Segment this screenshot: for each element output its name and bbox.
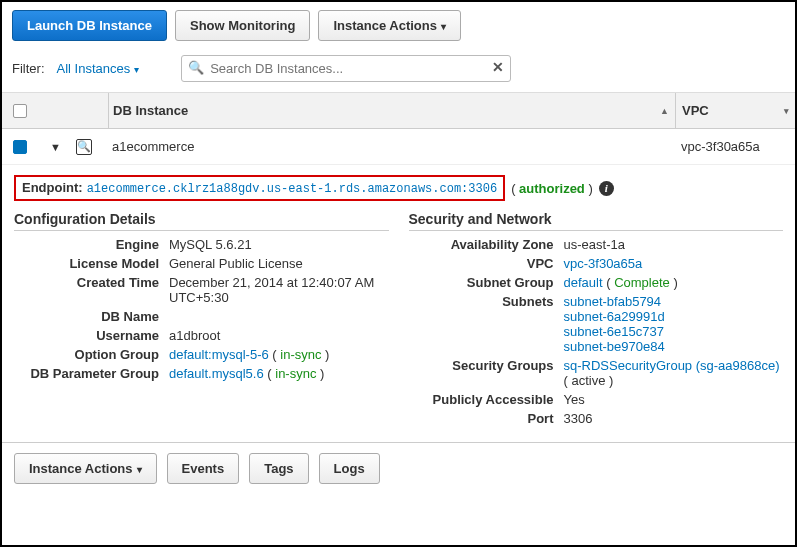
instance-actions-button[interactable]: Instance Actions▾ — [318, 10, 461, 41]
security-panel: Security and Network Availability Zoneus… — [409, 211, 784, 430]
param-group-value: default.mysql5.6 ( in-sync ) — [169, 366, 389, 381]
vpc-link[interactable]: vpc-3f30a65a — [564, 256, 784, 271]
column-vpc[interactable]: VPC▾ — [675, 93, 795, 128]
subnet-group-value: default ( Complete ) — [564, 275, 784, 290]
clear-icon[interactable]: ✕ — [492, 59, 504, 75]
events-button[interactable]: Events — [167, 453, 240, 484]
table-header: DB Instance▲ VPC▾ — [2, 93, 795, 129]
security-title: Security and Network — [409, 211, 784, 231]
config-panel: Configuration Details EngineMySQL 5.6.21… — [14, 211, 389, 430]
license-value: General Public License — [169, 256, 389, 271]
sort-asc-icon: ▲ — [660, 106, 669, 116]
subnet-link[interactable]: subnet-be970e84 — [564, 339, 784, 354]
subnet-link[interactable]: subnet-6e15c737 — [564, 324, 784, 339]
tags-button[interactable]: Tags — [249, 453, 308, 484]
endpoint-highlight: Endpoint: a1ecommerce.cklrz1a88gdv.us-ea… — [14, 175, 505, 201]
chevron-down-icon: ▾ — [137, 464, 142, 475]
chevron-down-icon: ▾ — [441, 21, 446, 32]
launch-db-button[interactable]: Launch DB Instance — [12, 10, 167, 41]
config-title: Configuration Details — [14, 211, 389, 231]
instance-actions-label: Instance Actions — [333, 18, 437, 33]
instance-actions-bottom-button[interactable]: Instance Actions▾ — [14, 453, 157, 484]
subnets-list: subnet-bfab5794 subnet-6a29991d subnet-6… — [564, 294, 784, 354]
subnet-link[interactable]: subnet-6a29991d — [564, 309, 784, 324]
subnet-link[interactable]: subnet-bfab5794 — [564, 294, 784, 309]
security-group-value: sq-RDSSecurityGroup (sg-aa9868ce)( activ… — [564, 358, 784, 388]
filter-label: Filter: — [12, 61, 45, 76]
username-value: a1dbroot — [169, 328, 389, 343]
endpoint-value: a1ecommerce.cklrz1a88gdv.us-east-1.rds.a… — [87, 182, 497, 196]
endpoint-status: ( authorized ) — [511, 181, 593, 196]
port-value: 3306 — [564, 411, 784, 426]
inspect-icon[interactable]: 🔍 — [76, 139, 92, 155]
table-row[interactable]: ▼ 🔍 a1ecommerce vpc-3f30a65a — [2, 129, 795, 165]
public-value: Yes — [564, 392, 784, 407]
search-input[interactable] — [181, 55, 511, 82]
az-value: us-east-1a — [564, 237, 784, 252]
row-checkbox[interactable] — [13, 140, 27, 154]
select-all-checkbox[interactable] — [13, 104, 27, 118]
filter-dropdown[interactable]: All Instances▾ — [57, 61, 140, 76]
option-group-value: default:mysql-5-6 ( in-sync ) — [169, 347, 389, 362]
engine-value: MySQL 5.6.21 — [169, 237, 389, 252]
logs-button[interactable]: Logs — [319, 453, 380, 484]
expand-toggle[interactable]: ▼ — [50, 141, 61, 153]
dbname-value — [169, 309, 389, 324]
endpoint-label: Endpoint: — [22, 180, 83, 195]
filter-value: All Instances — [57, 61, 131, 76]
search-icon: 🔍 — [188, 60, 204, 75]
db-instance-name: a1ecommerce — [108, 139, 675, 154]
column-db-instance[interactable]: DB Instance▲ — [108, 93, 675, 128]
info-icon[interactable]: i — [599, 181, 614, 196]
show-monitoring-button[interactable]: Show Monitoring — [175, 10, 310, 41]
vpc-value: vpc-3f30a65a — [675, 139, 795, 154]
sort-icon: ▾ — [784, 106, 789, 116]
created-value: December 21, 2014 at 12:40:07 AM UTC+5:3… — [169, 275, 389, 305]
chevron-down-icon: ▾ — [134, 64, 139, 75]
